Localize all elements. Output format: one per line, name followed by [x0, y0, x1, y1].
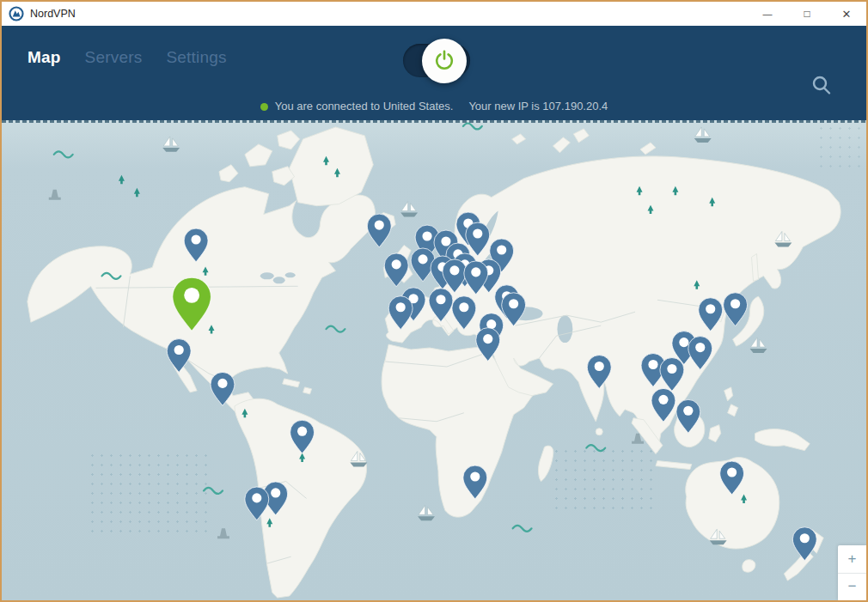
nav-bar: Map Servers Settings You are connected t…	[2, 26, 866, 120]
wave-icon	[204, 488, 223, 494]
search-icon[interactable]	[810, 75, 833, 97]
tab-map[interactable]: Map	[28, 48, 61, 67]
map-top-edge	[2, 120, 866, 123]
map-zoom-control: + −	[838, 545, 866, 600]
world-map[interactable]: + −	[2, 120, 866, 600]
connection-status: You are connected to United States.Your …	[2, 100, 866, 112]
maximize-button[interactable]: □	[787, 2, 827, 26]
zoom-out-button[interactable]: −	[838, 574, 866, 601]
tab-settings[interactable]: Settings	[166, 48, 226, 67]
sailboat-icon	[162, 137, 180, 152]
status-ip-text: Your new IP is 107.190.20.4	[468, 100, 608, 112]
nordvpn-logo-icon	[9, 6, 24, 21]
titlebar: NordVPN — □ ✕	[2, 2, 866, 26]
tree-icon	[119, 175, 125, 184]
wave-icon	[513, 526, 532, 532]
power-icon	[433, 50, 455, 72]
nav-links: Map Servers Settings	[28, 48, 227, 67]
connected-dot-icon	[260, 103, 268, 111]
close-button[interactable]: ✕	[827, 2, 866, 26]
world-map-land	[28, 127, 840, 598]
tree-icon	[134, 188, 140, 197]
power-button[interactable]	[422, 39, 467, 83]
map-pin[interactable]	[167, 339, 191, 373]
wave-icon	[586, 445, 605, 451]
status-text: You are connected to United States.	[275, 100, 454, 112]
map-pin[interactable]	[792, 527, 816, 561]
sailboat-icon	[750, 337, 767, 353]
sailboat-icon	[400, 202, 418, 217]
map-pin[interactable]	[724, 293, 748, 326]
landmark-icon	[217, 528, 229, 538]
map-pin[interactable]	[367, 214, 391, 247]
zoom-in-button[interactable]: +	[838, 545, 866, 574]
tab-servers[interactable]: Servers	[85, 48, 143, 67]
world-map-canvas[interactable]	[2, 120, 866, 600]
window-title: NordVPN	[30, 8, 76, 20]
wave-icon	[54, 151, 73, 157]
sailboat-icon	[418, 505, 435, 520]
landmark-icon	[49, 190, 61, 200]
wave-icon	[326, 326, 345, 332]
minimize-button[interactable]: —	[748, 2, 787, 26]
wave-icon	[463, 123, 482, 129]
sailboat-icon	[694, 127, 712, 143]
window-controls: — □ ✕	[748, 2, 866, 26]
app-window: NordVPN — □ ✕ Map Servers Settings You a…	[0, 0, 868, 602]
